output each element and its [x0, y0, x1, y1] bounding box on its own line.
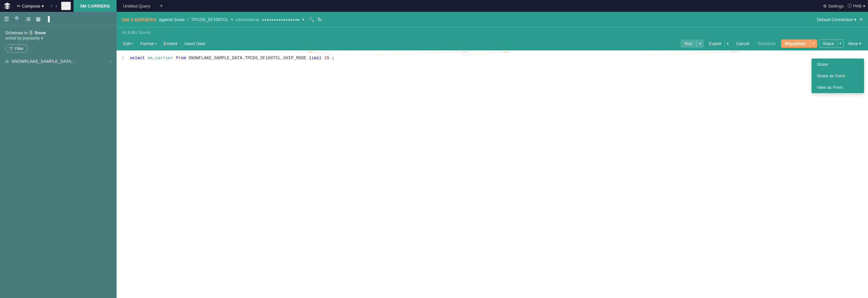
keyword-from: from — [176, 56, 186, 60]
dropdown-item-share[interactable]: Share — [811, 58, 864, 70]
sidebar-item-snowflake[interactable]: ⊞ SNOWFLAKE_SAMPLE_DATA... › — [0, 55, 117, 67]
help-link[interactable]: ⓘ Help ▾ — [848, 3, 865, 9]
sidebar-top-icons: ☰ 🔍 ⊞ ▦ ▐ — [0, 12, 117, 26]
dropdown-item-view-as-form[interactable]: View as Form — [811, 82, 864, 93]
limit-value: 15 — [324, 56, 330, 60]
share-dropdown-menu: Share Share as Form View as Form — [811, 58, 864, 93]
nav-more-button[interactable]: ··· — [61, 2, 70, 10]
format-dropdown-icon: ▾ — [155, 42, 157, 45]
db-dropdown-icon[interactable]: ▾ — [231, 18, 233, 22]
nav-forward-button[interactable]: › — [54, 2, 58, 9]
nav-arrows: ‹ › — [49, 2, 59, 9]
schema-icon: ⊞ — [5, 59, 9, 64]
share-button-group: Share ▾ — [819, 39, 844, 48]
sidebar-menu-icon[interactable]: ☰ — [4, 16, 9, 23]
run-button-group: Run ▾ — [681, 39, 704, 48]
export-button[interactable]: Export — [706, 39, 725, 48]
sidebar-divider-icon[interactable]: ▐ — [46, 16, 50, 22]
all-edits-saved-label: All Edits Saved — [122, 30, 150, 35]
svg-line-0 — [307, 52, 346, 55]
republish-dropdown-icon[interactable]: ▾ — [810, 40, 817, 47]
edit-dropdown-icon: ▾ — [131, 42, 133, 45]
export-dropdown-icon[interactable]: ▾ — [724, 40, 731, 47]
edits-bar: All Edits Saved — [117, 28, 868, 37]
compose-button[interactable]: ✏ Compose ▾ — [14, 2, 46, 10]
share-dropdown-icon[interactable]: ▾ — [837, 40, 843, 47]
sidebar: ☰ 🔍 ⊞ ▦ ▐ Schemas in 🗄 Snow sorted by po… — [0, 12, 117, 298]
content-title[interactable]: SM CARRIERS — [122, 17, 156, 22]
toolbar: Edit ▾ Format ▾ Embed Insert Date Run ▾ — [117, 37, 868, 50]
content-area: SM CARRIERS against Snow / TPCDS_SF100TC… — [117, 12, 868, 298]
default-connection[interactable]: Default Connection ▾ — [817, 17, 857, 22]
filter-icon: ▽ — [9, 46, 13, 51]
breadcrumb-db: TPCDS_SF100TCL — [191, 17, 228, 22]
main-layout: ☰ 🔍 ⊞ ▦ ▐ Schemas in 🗄 Snow sorted by po… — [0, 12, 868, 298]
chevron-right-icon: › — [110, 58, 111, 64]
schemas-title: Schemas in 🗄 Snow — [5, 30, 111, 35]
more-button[interactable]: More ▾ — [846, 40, 864, 47]
schemas-sort[interactable]: sorted by popularity ▾ — [5, 36, 111, 40]
nav-back-button[interactable]: ‹ — [49, 2, 54, 9]
tab-bar: SM CARRIERS Untitled Query + — [73, 0, 820, 12]
breadcrumb-separator: against Snow — [159, 17, 185, 22]
filter-button[interactable]: ▽ Filter — [5, 45, 28, 53]
code-line: select sm_carrier from SNOWFLAKE_SAMPLE_… — [130, 56, 335, 60]
run-dropdown-icon[interactable]: ▾ — [696, 40, 704, 47]
cancel-button[interactable]: Cancel — [733, 39, 752, 48]
svg-line-2 — [461, 52, 510, 55]
republish-button[interactable]: Republish — [781, 39, 810, 48]
edit-button[interactable]: Edit ▾ — [121, 40, 135, 47]
table-name: SNOWFLAKE_SAMPLE_DATA.TPCDS_SF100TCL.SHI… — [188, 56, 306, 60]
content-header: SM CARRIERS against Snow / TPCDS_SF100TC… — [117, 12, 868, 28]
tab-sm-carriers[interactable]: SM CARRIERS — [73, 0, 117, 12]
insert-date-button[interactable]: Insert Date — [182, 40, 208, 47]
sidebar-grid-icon[interactable]: ⊞ — [26, 16, 31, 22]
svg-line-1 — [363, 52, 471, 55]
editor-area[interactable]: 1 select sm_carrier from SNOWFLAKE_SAMPL… — [117, 50, 868, 66]
database-icon: 🗄 — [29, 30, 33, 35]
content-wrapper: 1 select sm_carrier from SNOWFLAKE_SAMPL… — [117, 50, 868, 298]
svg-line-3 — [642, 52, 740, 55]
line-number: 1 — [122, 56, 130, 60]
add-connection-icon[interactable]: + — [859, 16, 863, 23]
header-right: Default Connection ▾ + — [817, 16, 863, 23]
connected-user: ●●●●●●●●●●●●●●●● — [262, 18, 300, 22]
breadcrumb-sep2: / — [187, 17, 188, 22]
run-button[interactable]: Run — [681, 39, 696, 48]
keyword-limit: limit — [309, 56, 322, 60]
embed-button[interactable]: Embed — [161, 40, 180, 47]
dropdown-item-share-as-form[interactable]: Share as Form — [811, 70, 864, 82]
schedule-button[interactable]: Schedule — [755, 39, 779, 48]
connected-as-text: connected as — [236, 18, 259, 22]
toolbar-right: Run ▾ Export ▾ Cancel Schedule Republish… — [681, 39, 864, 48]
tab-untitled-query[interactable]: Untitled Query — [117, 0, 157, 12]
user-dropdown-icon[interactable]: ▾ — [302, 18, 304, 22]
wrench-icon[interactable]: 🔧 — [308, 17, 315, 23]
column-name: sm_carrier — [147, 56, 173, 60]
tab-add-button[interactable]: + — [157, 3, 166, 9]
refresh-icon[interactable]: ↻ — [317, 17, 322, 23]
sidebar-search-icon[interactable]: 🔍 — [14, 16, 21, 22]
logo[interactable] — [3, 1, 12, 10]
sidebar-schemas-header: Schemas in 🗄 Snow sorted by popularity ▾ — [0, 26, 117, 42]
republish-button-group: Republish ▾ — [781, 39, 817, 48]
top-nav-right: ⚙ Settings ⓘ Help ▾ — [823, 3, 865, 9]
top-nav: ✏ Compose ▾ ‹ › ··· SM CARRIERS Untitled… — [0, 0, 868, 12]
sidebar-table-icon[interactable]: ▦ — [36, 16, 41, 22]
share-button[interactable]: Share — [819, 40, 837, 47]
keyword-select: select — [130, 56, 145, 60]
format-button[interactable]: Format ▾ — [137, 40, 159, 47]
export-button-group: Export ▾ — [706, 39, 731, 48]
settings-link[interactable]: ⚙ Settings — [823, 4, 844, 8]
